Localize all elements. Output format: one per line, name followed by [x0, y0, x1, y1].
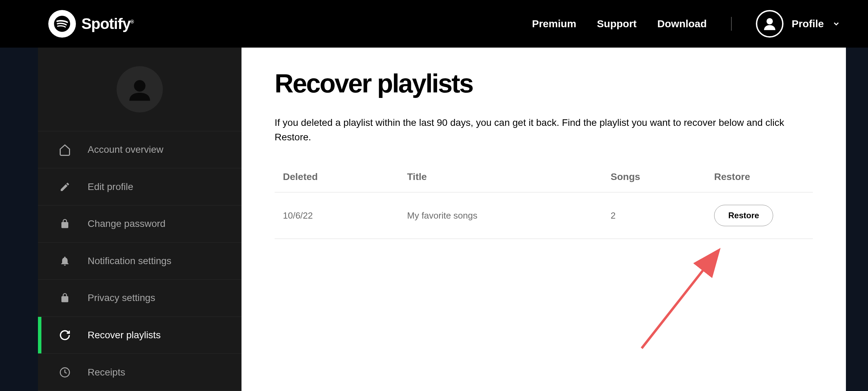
refresh-icon — [59, 329, 71, 341]
profile-avatar-icon — [756, 10, 783, 38]
td-songs: 2 — [611, 210, 714, 221]
page-description: If you deleted a playlist within the las… — [275, 116, 792, 144]
svg-line-4 — [642, 252, 718, 348]
sidebar-item-label: Edit profile — [88, 181, 133, 192]
nav-premium[interactable]: Premium — [532, 18, 576, 30]
th-title: Title — [407, 171, 611, 182]
nav: Premium Support Download Profile — [532, 10, 840, 38]
td-deleted: 10/6/22 — [283, 210, 407, 221]
profile-menu[interactable]: Profile — [756, 10, 840, 38]
chevron-down-icon — [832, 20, 840, 28]
table-header: Deleted Title Songs Restore — [275, 162, 813, 192]
th-restore: Restore — [714, 171, 805, 182]
nav-download[interactable]: Download — [657, 18, 707, 30]
page-title: Recover playlists — [275, 68, 813, 98]
clock-icon — [59, 366, 71, 379]
svg-point-1 — [134, 80, 145, 91]
annotation-arrow — [635, 245, 738, 355]
th-songs: Songs — [611, 171, 714, 182]
bell-icon — [59, 255, 71, 267]
sidebar-avatar-wrap — [38, 48, 241, 131]
content: Recover playlists If you deleted a playl… — [241, 48, 846, 391]
left-gutter — [0, 48, 38, 391]
right-gutter — [846, 48, 868, 391]
sidebar-item-edit-profile[interactable]: Edit profile — [38, 168, 241, 205]
lock-icon — [59, 292, 71, 304]
sidebar: Account overview Edit profile Change pas… — [38, 48, 241, 391]
sidebar-item-label: Account overview — [88, 144, 163, 155]
brand-logo-wrap[interactable]: Spotify® — [48, 10, 134, 38]
playlists-table: Deleted Title Songs Restore 10/6/22 My f… — [275, 162, 813, 239]
spotify-icon — [48, 10, 76, 38]
sidebar-item-change-password[interactable]: Change password — [38, 205, 241, 243]
sidebar-item-privacy-settings[interactable]: Privacy settings — [38, 280, 241, 317]
profile-label: Profile — [792, 18, 824, 30]
sidebar-item-recover-playlists[interactable]: Recover playlists — [38, 317, 241, 354]
home-icon — [59, 143, 71, 156]
th-deleted: Deleted — [283, 171, 407, 182]
sidebar-avatar-icon — [117, 66, 163, 112]
sidebar-item-label: Notification settings — [88, 255, 171, 267]
table-row: 10/6/22 My favorite songs 2 Restore — [275, 192, 813, 239]
svg-point-0 — [766, 18, 772, 24]
sidebar-item-label: Change password — [88, 218, 166, 229]
nav-support[interactable]: Support — [597, 18, 637, 30]
td-title: My favorite songs — [407, 210, 611, 221]
sidebar-item-label: Privacy settings — [88, 292, 155, 303]
sidebar-item-account-overview[interactable]: Account overview — [38, 131, 241, 169]
restore-button[interactable]: Restore — [714, 205, 773, 226]
brand-text: Spotify® — [81, 15, 134, 32]
sidebar-item-label: Receipts — [88, 367, 125, 378]
header: Spotify® Premium Support Download Profil… — [0, 0, 868, 48]
pencil-icon — [59, 181, 71, 193]
nav-separator — [731, 17, 732, 31]
sidebar-item-label: Recover playlists — [88, 330, 161, 341]
sidebar-item-receipts[interactable]: Receipts — [38, 354, 241, 391]
lock-icon — [59, 218, 71, 230]
sidebar-item-notification-settings[interactable]: Notification settings — [38, 243, 241, 280]
